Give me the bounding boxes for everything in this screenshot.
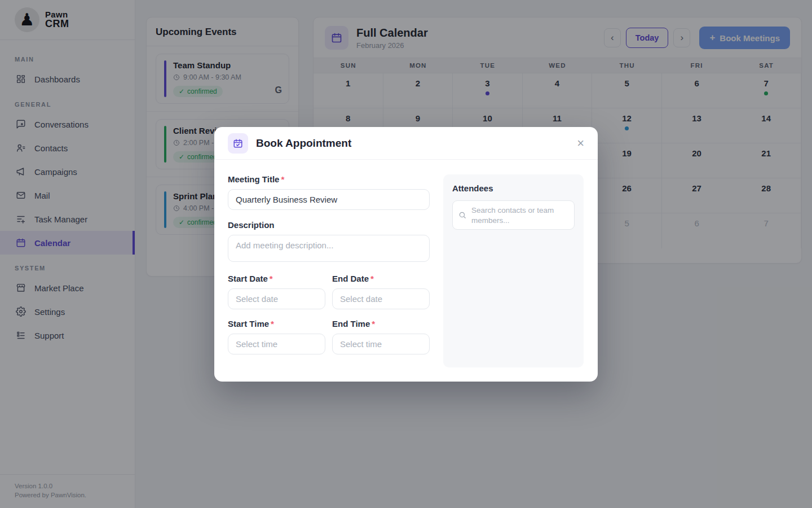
search-icon: [458, 211, 466, 219]
attendees-panel: Attendees: [443, 174, 584, 367]
start-date-input[interactable]: [228, 288, 325, 309]
app-root: ♟ Pawn CRM MAIN Dashboards G: [0, 0, 812, 508]
meeting-title-label: Meeting Title*: [228, 174, 430, 184]
attendees-search: [452, 200, 575, 232]
book-appointment-modal: Book Appointment × Meeting Title* Descri…: [214, 127, 598, 382]
meeting-title-input[interactable]: [228, 189, 430, 210]
end-time-input[interactable]: [332, 334, 430, 354]
calendar-check-icon: [228, 133, 248, 154]
start-date-label: Start Date*: [228, 274, 325, 283]
start-time-input[interactable]: [228, 334, 325, 354]
end-date-input[interactable]: [332, 288, 430, 309]
end-date-label: End Date*: [332, 274, 430, 283]
required-asterisk: *: [271, 319, 274, 329]
end-time-label: End Time*: [332, 319, 430, 329]
modal-body: Meeting Title* Description Start Date* E…: [214, 160, 598, 382]
required-asterisk: *: [372, 319, 375, 329]
attendees-search-input[interactable]: [452, 200, 575, 230]
required-asterisk: *: [270, 274, 273, 283]
required-asterisk: *: [370, 274, 374, 283]
start-time-label: Start Time*: [228, 319, 325, 329]
modal-title: Book Appointment: [256, 137, 351, 150]
attendees-title: Attendees: [452, 183, 575, 193]
required-asterisk: *: [281, 174, 284, 184]
description-input[interactable]: [228, 235, 430, 262]
modal-header: Book Appointment ×: [214, 127, 598, 160]
close-icon[interactable]: ×: [577, 137, 584, 150]
description-label: Description: [228, 220, 430, 230]
